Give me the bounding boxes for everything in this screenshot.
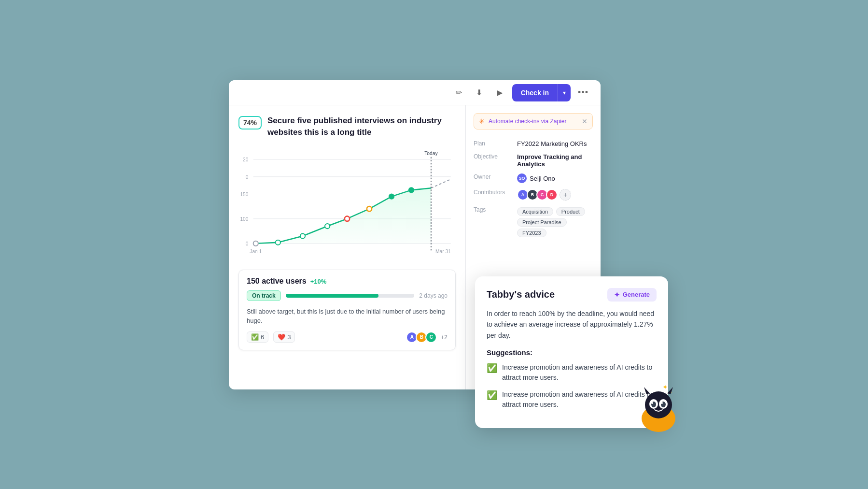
suggestion-1: ✅ Increase promotion and awareness of AI… bbox=[487, 362, 657, 383]
tags-row: Tags Acquisition Product Project Paradis… bbox=[474, 203, 593, 241]
checkin-main-button[interactable]: Check in bbox=[512, 84, 558, 101]
checkin-button-group: Check in ▾ bbox=[512, 84, 571, 101]
contrib-avatar-4: D bbox=[546, 189, 558, 201]
checkin-dropdown-button[interactable]: ▾ bbox=[558, 84, 571, 101]
active-users-title: 150 active users bbox=[247, 277, 307, 286]
left-panel: 74% Secure five published interviews on … bbox=[229, 105, 465, 389]
heart-count: 3 bbox=[287, 333, 291, 341]
tabby-robot-svg: ✦ ✦ bbox=[634, 380, 683, 433]
download-button[interactable]: ⬇ bbox=[472, 85, 487, 101]
more-options-button[interactable]: ••• bbox=[575, 85, 591, 101]
contributors-label: Contributors bbox=[474, 186, 517, 203]
checkin-description: Still above target, but this is just due… bbox=[247, 307, 448, 326]
checkin-card: 150 active users +10% On track 2 days ag… bbox=[238, 270, 456, 350]
avatars-group: A B C +2 bbox=[406, 331, 448, 343]
svg-text:Jan 1: Jan 1 bbox=[250, 249, 262, 254]
add-contributor-button[interactable]: + bbox=[560, 189, 571, 201]
objective-label: Objective bbox=[474, 150, 517, 171]
checkin-status-row: On track 2 days ago bbox=[247, 290, 448, 301]
svg-text:150: 150 bbox=[240, 191, 248, 197]
tag-project-paradise[interactable]: Project Paradise bbox=[517, 218, 567, 227]
tag-product[interactable]: Product bbox=[556, 207, 585, 216]
svg-text:0: 0 bbox=[246, 241, 249, 246]
svg-marker-10 bbox=[256, 188, 431, 244]
on-track-badge: On track bbox=[247, 290, 281, 301]
advice-main-text: In order to reach 100% by the deadline, … bbox=[487, 308, 657, 341]
progress-chart: 20 0 150 100 0 Today bbox=[238, 146, 456, 262]
objective-value: Improve Tracking and Analytics bbox=[517, 150, 593, 171]
suggestions-label: Suggestions: bbox=[487, 348, 657, 357]
svg-text:20: 20 bbox=[243, 157, 249, 162]
svg-point-15 bbox=[325, 224, 330, 229]
owner-cell: SO Seiji Ono bbox=[517, 173, 593, 183]
contributors-cell: A B C D + bbox=[517, 189, 593, 201]
plan-value: FY2022 Marketing OKRs bbox=[517, 137, 593, 150]
time-ago: 2 days ago bbox=[419, 292, 448, 299]
svg-marker-35 bbox=[644, 387, 650, 394]
plus-count: +2 bbox=[441, 334, 448, 341]
goal-title: Secure five published interviews on indu… bbox=[267, 115, 456, 138]
suggestion-text-2: Increase promotion and awareness of AI c… bbox=[502, 389, 657, 410]
objective-row: Objective Improve Tracking and Analytics bbox=[474, 150, 593, 171]
suggestion-2: ✅ Increase promotion and awareness of AI… bbox=[487, 389, 657, 410]
zapier-icon: ✳ bbox=[479, 117, 485, 125]
generate-button[interactable]: ✦ Generate bbox=[607, 288, 657, 302]
tags-value: Acquisition Product Project Paradise FY2… bbox=[517, 203, 593, 241]
check-icon-2: ✅ bbox=[487, 390, 497, 401]
avatar-3: C bbox=[425, 331, 437, 343]
plan-row: Plan FY2022 Marketing OKRs bbox=[474, 137, 593, 150]
suggestion-text-1: Increase promotion and awareness of AI c… bbox=[502, 362, 657, 383]
checkmark-count: 6 bbox=[261, 333, 264, 341]
svg-point-22 bbox=[253, 241, 258, 245]
checkin-header: 150 active users +10% bbox=[247, 277, 448, 286]
svg-text:100: 100 bbox=[240, 216, 248, 221]
owner-avatar: SO bbox=[517, 173, 527, 183]
zapier-close-button[interactable]: ✕ bbox=[582, 117, 588, 125]
svg-text:✦: ✦ bbox=[662, 383, 668, 391]
tabby-robot: ✦ ✦ bbox=[634, 380, 683, 433]
svg-point-32 bbox=[661, 402, 663, 404]
contributors-row: Contributors A B C D + bbox=[474, 186, 593, 203]
edit-button[interactable]: ✏ bbox=[451, 85, 467, 101]
svg-point-13 bbox=[276, 240, 280, 244]
chart-area: 20 0 150 100 0 Today bbox=[238, 146, 456, 262]
advice-title: Tabby's advice bbox=[487, 289, 555, 300]
zapier-banner: ✳ Automate check-ins via Zapier ✕ bbox=[474, 113, 593, 129]
sparkle-icon: ✦ bbox=[614, 291, 620, 299]
svg-point-14 bbox=[300, 233, 305, 238]
svg-text:Today: Today bbox=[424, 150, 438, 156]
reaction-group: ✅ 6 ❤️ 3 bbox=[247, 331, 295, 343]
generate-label: Generate bbox=[623, 291, 650, 298]
reaction-checkmark[interactable]: ✅ 6 bbox=[247, 331, 268, 343]
svg-text:Mar 31: Mar 31 bbox=[435, 249, 451, 254]
owner-value: SO Seiji Ono bbox=[517, 171, 593, 186]
progress-bar-container bbox=[286, 294, 415, 298]
owner-row: Owner SO Seiji Ono bbox=[474, 171, 593, 186]
tags-label: Tags bbox=[474, 203, 517, 241]
tag-acquisition[interactable]: Acquisition bbox=[517, 207, 553, 216]
svg-point-26 bbox=[645, 391, 672, 418]
change-badge: +10% bbox=[310, 278, 327, 285]
checkin-footer: ✅ 6 ❤️ 3 A B C +2 bbox=[247, 331, 448, 343]
advice-header: Tabby's advice ✦ Generate bbox=[487, 288, 657, 302]
play-button[interactable]: ▶ bbox=[492, 85, 507, 101]
owner-name: Seiji Ono bbox=[530, 175, 555, 182]
progress-badge: 74% bbox=[238, 116, 262, 129]
checkmark-icon: ✅ bbox=[251, 333, 259, 341]
heart-icon: ❤️ bbox=[278, 333, 285, 341]
svg-point-18 bbox=[409, 187, 414, 192]
svg-point-20 bbox=[367, 206, 372, 211]
meta-table: Plan FY2022 Marketing OKRs Objective Imp… bbox=[474, 137, 593, 241]
zapier-text: Automate check-ins via Zapier bbox=[489, 118, 578, 125]
progress-bar-fill bbox=[286, 294, 378, 298]
svg-point-21 bbox=[345, 216, 350, 221]
svg-point-17 bbox=[389, 194, 394, 199]
svg-text:0: 0 bbox=[246, 174, 249, 179]
tag-fy2023[interactable]: FY2023 bbox=[517, 229, 546, 237]
toolbar: ✏ ⬇ ▶ Check in ▾ ••• bbox=[229, 80, 601, 105]
goal-header: 74% Secure five published interviews on … bbox=[238, 115, 456, 138]
owner-label: Owner bbox=[474, 171, 517, 186]
reaction-heart[interactable]: ❤️ 3 bbox=[273, 331, 295, 343]
svg-point-31 bbox=[651, 402, 653, 404]
check-icon-1: ✅ bbox=[487, 363, 497, 374]
